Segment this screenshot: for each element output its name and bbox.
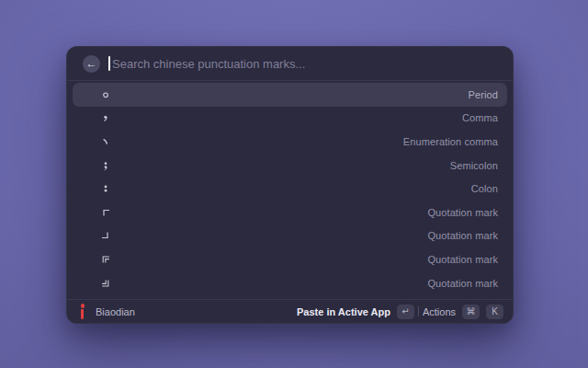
double-corner-bracket-right-glyph — [100, 278, 111, 289]
list-item-label: Semicolon — [450, 160, 498, 171]
search-field-wrap — [108, 54, 498, 73]
actions-button[interactable]: Actions ⌘ K — [423, 305, 503, 319]
list-item[interactable]: Quotation mark — [73, 224, 507, 248]
launcher-window: ← PeriodCommaEnumeration commaSemicolonC… — [66, 46, 514, 324]
footer-divider — [418, 306, 419, 316]
list-item-label: Comma — [462, 112, 498, 123]
primary-action-label: Paste in Active App — [297, 306, 390, 317]
enter-key-icon: ↵ — [397, 305, 414, 319]
app-name: Biaodian — [96, 306, 135, 317]
list-item-label: Colon — [471, 183, 498, 194]
period-glyph — [100, 89, 111, 100]
list-item[interactable]: Colon — [73, 177, 507, 201]
corner-bracket-right-glyph — [100, 230, 111, 241]
enumeration-comma-glyph — [100, 136, 111, 147]
text-cursor — [108, 56, 110, 71]
search-input[interactable] — [108, 57, 498, 71]
list-item[interactable]: Enumeration comma — [73, 130, 507, 154]
list-item[interactable]: Comma — [73, 107, 507, 131]
list-item[interactable]: Semicolon — [73, 154, 507, 178]
back-button[interactable]: ← — [83, 55, 100, 73]
results-list[interactable]: PeriodCommaEnumeration commaSemicolonCol… — [67, 81, 513, 299]
comma-glyph — [100, 112, 111, 123]
list-item-label: Quotation mark — [427, 207, 498, 218]
list-item-label: Quotation mark — [427, 254, 498, 265]
k-key-icon: K — [486, 305, 503, 319]
command-key-icon: ⌘ — [462, 305, 480, 319]
semicolon-glyph — [100, 160, 111, 171]
list-item[interactable]: Quotation mark — [73, 201, 507, 224]
search-bar: ← — [67, 47, 513, 81]
list-item[interactable]: Quotation mark — [73, 271, 507, 295]
colon-glyph — [100, 183, 111, 194]
list-item-label: Enumeration comma — [403, 136, 498, 147]
list-item-label: Period — [469, 89, 498, 100]
list-item-label: Quotation mark — [427, 230, 498, 241]
arrow-left-icon: ← — [86, 58, 97, 69]
biaodian-app-icon — [78, 303, 87, 320]
desktop-background: ← PeriodCommaEnumeration commaSemicolonC… — [0, 0, 588, 368]
double-corner-bracket-left-glyph — [100, 254, 111, 265]
paste-in-active-app-button[interactable]: Paste in Active App ↵ — [297, 305, 414, 319]
status-bar: Biaodian Paste in Active App ↵ Actions ⌘… — [67, 299, 513, 323]
actions-label: Actions — [423, 306, 456, 317]
list-item[interactable]: Period — [73, 83, 507, 107]
corner-bracket-left-glyph — [100, 207, 111, 218]
list-item[interactable]: Quotation mark — [73, 247, 507, 271]
list-item-label: Quotation mark — [427, 278, 498, 289]
